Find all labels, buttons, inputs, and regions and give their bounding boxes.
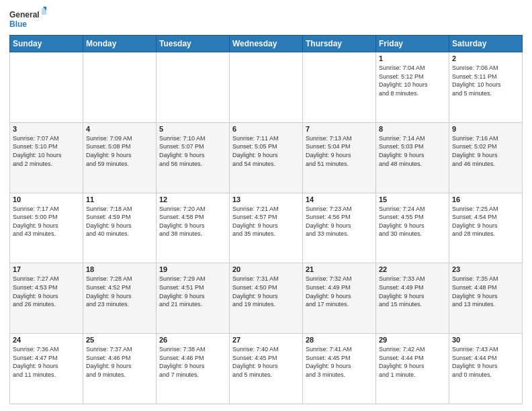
col-header-tuesday: Tuesday [157, 36, 230, 52]
day-number: 7 [306, 125, 373, 133]
day-number: 27 [232, 336, 300, 344]
day-number: 13 [232, 195, 300, 203]
day-number: 22 [379, 265, 446, 273]
day-number: 17 [13, 265, 80, 273]
calendar-cell: 30Sunrise: 7:43 AM Sunset: 4:44 PM Dayli… [449, 334, 523, 404]
day-info: Sunrise: 7:27 AM Sunset: 4:53 PM Dayligh… [13, 275, 80, 308]
logo-svg: General Blue [9, 7, 46, 31]
calendar-cell: 13Sunrise: 7:21 AM Sunset: 4:57 PM Dayli… [230, 193, 303, 263]
day-info: Sunrise: 7:32 AM Sunset: 4:49 PM Dayligh… [306, 275, 373, 308]
week-row-1: 1Sunrise: 7:04 AM Sunset: 5:12 PM Daylig… [10, 52, 523, 123]
calendar-cell: 15Sunrise: 7:24 AM Sunset: 4:55 PM Dayli… [376, 193, 449, 263]
calendar-cell: 4Sunrise: 7:09 AM Sunset: 5:08 PM Daylig… [83, 122, 157, 193]
day-info: Sunrise: 7:18 AM Sunset: 4:59 PM Dayligh… [86, 205, 153, 238]
calendar-cell: 25Sunrise: 7:37 AM Sunset: 4:46 PM Dayli… [83, 334, 157, 404]
header: General Blue [9, 7, 523, 31]
logo: General Blue [9, 7, 46, 31]
day-info: Sunrise: 7:11 AM Sunset: 5:05 PM Dayligh… [232, 134, 300, 168]
day-number: 10 [13, 195, 80, 203]
day-info: Sunrise: 7:24 AM Sunset: 4:55 PM Dayligh… [379, 205, 446, 238]
calendar-cell: 23Sunrise: 7:35 AM Sunset: 4:48 PM Dayli… [449, 263, 523, 334]
calendar-cell: 28Sunrise: 7:41 AM Sunset: 4:45 PM Dayli… [303, 334, 376, 404]
day-info: Sunrise: 7:07 AM Sunset: 5:10 PM Dayligh… [13, 134, 80, 168]
calendar-cell: 20Sunrise: 7:31 AM Sunset: 4:50 PM Dayli… [230, 263, 303, 334]
day-number: 8 [379, 125, 446, 133]
calendar-cell: 1Sunrise: 7:04 AM Sunset: 5:12 PM Daylig… [376, 52, 449, 123]
day-info: Sunrise: 7:36 AM Sunset: 4:47 PM Dayligh… [13, 345, 80, 379]
day-number: 11 [86, 195, 153, 203]
calendar-cell: 17Sunrise: 7:27 AM Sunset: 4:53 PM Dayli… [10, 263, 83, 334]
calendar-cell: 21Sunrise: 7:32 AM Sunset: 4:49 PM Dayli… [303, 263, 376, 334]
day-info: Sunrise: 7:04 AM Sunset: 5:12 PM Dayligh… [379, 64, 446, 97]
calendar-cell [157, 52, 230, 123]
day-number: 30 [452, 336, 519, 344]
day-info: Sunrise: 7:10 AM Sunset: 5:07 PM Dayligh… [159, 134, 226, 168]
calendar-cell: 8Sunrise: 7:14 AM Sunset: 5:03 PM Daylig… [376, 122, 449, 193]
day-number: 2 [452, 54, 519, 62]
calendar-table: SundayMondayTuesdayWednesdayThursdayFrid… [9, 35, 523, 404]
calendar-cell: 26Sunrise: 7:38 AM Sunset: 4:46 PM Dayli… [157, 334, 230, 404]
week-row-2: 3Sunrise: 7:07 AM Sunset: 5:10 PM Daylig… [10, 122, 523, 193]
day-number: 4 [86, 125, 153, 133]
calendar-cell: 27Sunrise: 7:40 AM Sunset: 4:45 PM Dayli… [230, 334, 303, 404]
day-info: Sunrise: 7:14 AM Sunset: 5:03 PM Dayligh… [379, 134, 446, 168]
day-info: Sunrise: 7:13 AM Sunset: 5:04 PM Dayligh… [306, 134, 373, 168]
week-row-3: 10Sunrise: 7:17 AM Sunset: 5:00 PM Dayli… [10, 193, 523, 263]
day-number: 14 [306, 195, 373, 203]
day-info: Sunrise: 7:29 AM Sunset: 4:51 PM Dayligh… [159, 275, 226, 308]
calendar-cell: 5Sunrise: 7:10 AM Sunset: 5:07 PM Daylig… [157, 122, 230, 193]
calendar-cell [303, 52, 376, 123]
day-number: 16 [452, 195, 519, 203]
day-info: Sunrise: 7:43 AM Sunset: 4:44 PM Dayligh… [452, 345, 519, 379]
day-info: Sunrise: 7:20 AM Sunset: 4:58 PM Dayligh… [159, 205, 226, 238]
calendar-cell: 12Sunrise: 7:20 AM Sunset: 4:58 PM Dayli… [157, 193, 230, 263]
day-number: 18 [86, 265, 153, 273]
col-header-wednesday: Wednesday [230, 36, 303, 52]
calendar-cell: 24Sunrise: 7:36 AM Sunset: 4:47 PM Dayli… [10, 334, 83, 404]
col-header-saturday: Saturday [449, 36, 523, 52]
calendar-cell: 22Sunrise: 7:33 AM Sunset: 4:49 PM Dayli… [376, 263, 449, 334]
day-number: 6 [232, 125, 300, 133]
calendar-cell: 2Sunrise: 7:06 AM Sunset: 5:11 PM Daylig… [449, 52, 523, 123]
svg-text:General: General [9, 10, 40, 19]
calendar-cell: 14Sunrise: 7:23 AM Sunset: 4:56 PM Dayli… [303, 193, 376, 263]
calendar-cell: 16Sunrise: 7:25 AM Sunset: 4:54 PM Dayli… [449, 193, 523, 263]
week-row-5: 24Sunrise: 7:36 AM Sunset: 4:47 PM Dayli… [10, 334, 523, 404]
calendar-cell: 3Sunrise: 7:07 AM Sunset: 5:10 PM Daylig… [10, 122, 83, 193]
day-number: 20 [232, 265, 300, 273]
calendar-cell [230, 52, 303, 123]
day-number: 25 [86, 336, 153, 344]
svg-text:Blue: Blue [9, 19, 27, 29]
day-info: Sunrise: 7:40 AM Sunset: 4:45 PM Dayligh… [232, 345, 300, 379]
day-number: 15 [379, 195, 446, 203]
calendar-cell: 19Sunrise: 7:29 AM Sunset: 4:51 PM Dayli… [157, 263, 230, 334]
day-info: Sunrise: 7:37 AM Sunset: 4:46 PM Dayligh… [86, 345, 153, 379]
day-info: Sunrise: 7:16 AM Sunset: 5:02 PM Dayligh… [452, 134, 519, 168]
day-info: Sunrise: 7:21 AM Sunset: 4:57 PM Dayligh… [232, 205, 300, 238]
day-number: 19 [159, 265, 226, 273]
calendar-cell: 10Sunrise: 7:17 AM Sunset: 5:00 PM Dayli… [10, 193, 83, 263]
day-number: 3 [13, 125, 80, 133]
day-info: Sunrise: 7:06 AM Sunset: 5:11 PM Dayligh… [452, 64, 519, 97]
day-number: 23 [452, 265, 519, 273]
day-info: Sunrise: 7:41 AM Sunset: 4:45 PM Dayligh… [306, 345, 373, 379]
day-info: Sunrise: 7:23 AM Sunset: 4:56 PM Dayligh… [306, 205, 373, 238]
col-header-friday: Friday [376, 36, 449, 52]
calendar-cell: 18Sunrise: 7:28 AM Sunset: 4:52 PM Dayli… [83, 263, 157, 334]
week-row-4: 17Sunrise: 7:27 AM Sunset: 4:53 PM Dayli… [10, 263, 523, 334]
day-number: 24 [13, 336, 80, 344]
calendar-cell: 9Sunrise: 7:16 AM Sunset: 5:02 PM Daylig… [449, 122, 523, 193]
day-number: 29 [379, 336, 446, 344]
day-number: 21 [306, 265, 373, 273]
day-number: 12 [159, 195, 226, 203]
col-header-monday: Monday [83, 36, 157, 52]
day-number: 9 [452, 125, 519, 133]
day-info: Sunrise: 7:42 AM Sunset: 4:44 PM Dayligh… [379, 345, 446, 379]
day-info: Sunrise: 7:09 AM Sunset: 5:08 PM Dayligh… [86, 134, 153, 168]
day-number: 5 [159, 125, 226, 133]
day-number: 26 [159, 336, 226, 344]
day-info: Sunrise: 7:31 AM Sunset: 4:50 PM Dayligh… [232, 275, 300, 308]
day-number: 1 [379, 54, 446, 62]
calendar-cell [83, 52, 157, 123]
calendar-cell: 11Sunrise: 7:18 AM Sunset: 4:59 PM Dayli… [83, 193, 157, 263]
